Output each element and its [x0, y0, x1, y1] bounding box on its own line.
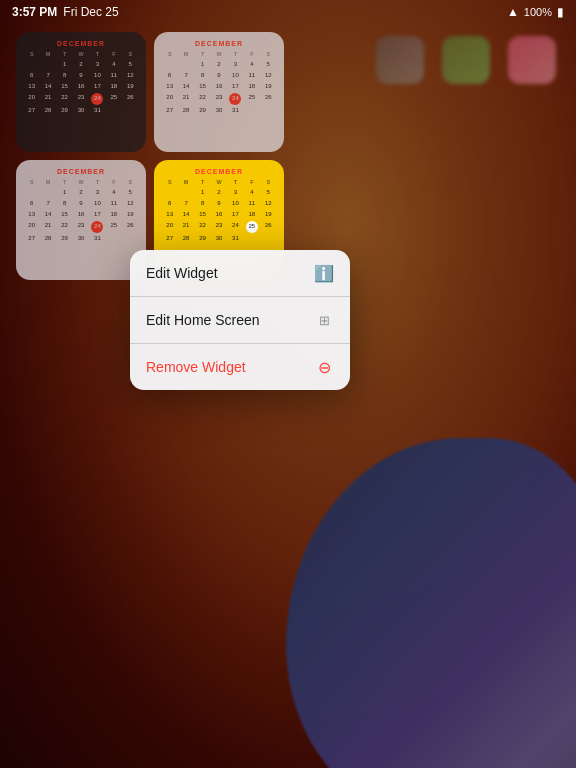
edit-home-screen-item[interactable]: Edit Home Screen ⊞: [130, 297, 350, 344]
cal-month-dark: DECEMBER: [24, 40, 138, 47]
battery-icon: ▮: [557, 5, 564, 19]
edit-widget-icon: ℹ️: [314, 263, 334, 283]
app-icon-3: [508, 36, 556, 84]
widgets-container: DECEMBER S M T W T F S 1 2 3 4 5 6 7 8 9…: [16, 32, 284, 280]
edit-home-screen-icon: ⊞: [314, 310, 334, 330]
calendar-widget-dark[interactable]: DECEMBER S M T W T F S 1 2 3 4 5 6 7 8 9…: [16, 32, 146, 152]
remove-widget-label: Remove Widget: [146, 359, 246, 375]
status-time: 3:57 PM: [12, 5, 57, 19]
app-icon-1: [376, 36, 424, 84]
remove-widget-item[interactable]: Remove Widget ⊖: [130, 344, 350, 390]
cal-grid-yellow: S M T W T F S 1 2 3 4 5 6 7 8 9 10 11 12…: [162, 178, 276, 244]
remove-widget-icon: ⊖: [314, 357, 334, 377]
wifi-icon: ▲: [507, 5, 519, 19]
cal-month-light: DECEMBER: [162, 40, 276, 47]
edit-home-screen-label: Edit Home Screen: [146, 312, 260, 328]
status-icons: ▲ 100% ▮: [507, 5, 564, 19]
status-bar: 3:57 PM Fri Dec 25 ▲ 100% ▮: [0, 0, 576, 24]
cal-grid-light: S M T W T F S 1 2 3 4 5 6 7 8 9 10 11 12…: [162, 50, 276, 116]
cal-month-yellow: DECEMBER: [162, 168, 276, 175]
context-menu: Edit Widget ℹ️ Edit Home Screen ⊞ Remove…: [130, 250, 350, 390]
battery-percent: 100%: [524, 6, 552, 18]
cal-month-light2: DECEMBER: [24, 168, 138, 175]
cal-grid-dark: S M T W T F S 1 2 3 4 5 6 7 8 9 10 11 12…: [24, 50, 138, 116]
calendar-widget-light[interactable]: DECEMBER S M T W T F S 1 2 3 4 5 6 7 8 9…: [154, 32, 284, 152]
status-date: Fri Dec 25: [63, 5, 118, 19]
app-icons-area: [376, 36, 556, 84]
cal-grid-light2: S M T W T F S 1 2 3 4 5 6 7 8 9 10 11 12…: [24, 178, 138, 244]
app-icon-2: [442, 36, 490, 84]
calendar-widget-light2[interactable]: DECEMBER S M T W T F S 1 2 3 4 5 6 7 8 9…: [16, 160, 146, 280]
edit-widget-item[interactable]: Edit Widget ℹ️: [130, 250, 350, 297]
edit-widget-label: Edit Widget: [146, 265, 218, 281]
